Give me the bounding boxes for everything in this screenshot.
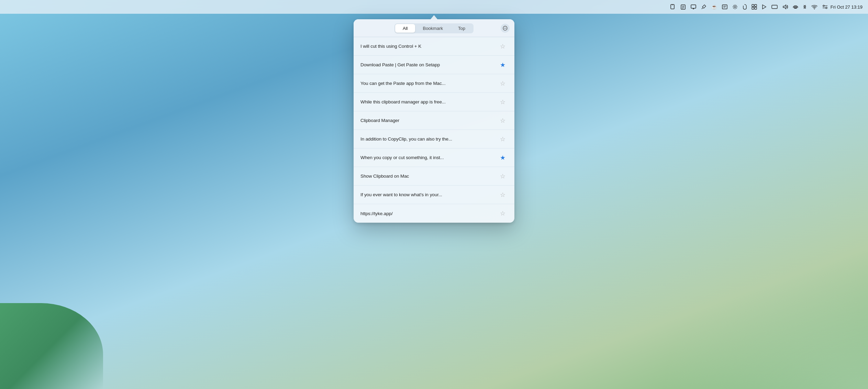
star-button-8[interactable]: ☆ <box>498 171 508 181</box>
window-manager-icon[interactable] <box>752 4 757 10</box>
clip-item-10[interactable]: https://tyke.app/☆ <box>354 204 514 223</box>
svg-point-31 <box>823 5 824 7</box>
play-icon[interactable] <box>762 4 767 10</box>
menubar: ☕ <box>0 0 868 14</box>
items-list: I will cut this using Control + K☆Downlo… <box>354 37 514 223</box>
svg-rect-1 <box>672 4 673 5</box>
svg-point-34 <box>826 7 827 9</box>
clip-text-10: https://tyke.app/ <box>360 211 495 216</box>
star-icon-8: ☆ <box>500 173 505 179</box>
svg-rect-27 <box>772 5 777 9</box>
tab-bar: All Bookmark Top <box>354 19 514 37</box>
svg-line-19 <box>736 8 737 9</box>
svg-rect-25 <box>755 7 757 9</box>
star-button-6[interactable]: ☆ <box>498 134 508 144</box>
clip-text-8: Show Clipboard on Mac <box>360 174 495 179</box>
star-icon-4: ☆ <box>500 99 505 105</box>
wifi-icon[interactable] <box>811 4 817 9</box>
volume-icon[interactable] <box>782 4 788 10</box>
amphetamine-icon[interactable]: ☕ <box>711 4 717 10</box>
clip-item-4[interactable]: While this clipboard manager app is free… <box>354 93 514 111</box>
star-button-9[interactable]: ☆ <box>498 190 508 200</box>
tyke-icon[interactable] <box>722 4 727 10</box>
star-button-3[interactable]: ☆ <box>498 79 508 88</box>
clip-text-7: When you copy or cut something, it inst.… <box>360 155 495 160</box>
paperclip-icon[interactable] <box>743 4 747 10</box>
clip-text-5: Clipboard Manager <box>360 118 495 123</box>
clip-item-9[interactable]: If you ever want to know what's in your.… <box>354 186 514 204</box>
clip-item-1[interactable]: I will cut this using Control + K☆ <box>354 37 514 56</box>
svg-line-9 <box>702 8 703 9</box>
popup-wrapper: All Bookmark Top I will cut this using C… <box>354 15 514 223</box>
star-button-10[interactable]: ☆ <box>498 209 508 218</box>
svg-rect-6 <box>691 5 696 8</box>
clip-text-6: In addition to CopyClip, you can also tr… <box>360 136 495 142</box>
svg-rect-10 <box>722 5 727 9</box>
display-app-icon[interactable] <box>691 4 696 10</box>
clip-item-6[interactable]: In addition to CopyClip, you can also tr… <box>354 130 514 148</box>
star-icon-5: ☆ <box>500 118 505 124</box>
star-button-5[interactable]: ☆ <box>498 116 508 125</box>
clip-text-9: If you ever want to know what's in your.… <box>360 192 495 197</box>
svg-line-20 <box>736 5 737 6</box>
tools-icon[interactable] <box>701 4 706 10</box>
star-icon-6: ☆ <box>500 136 505 142</box>
popup-arrow <box>431 15 437 19</box>
svg-point-38 <box>504 28 504 29</box>
menubar-datetime: Fri Oct 27 13:19 <box>831 4 863 10</box>
star-icon-3: ☆ <box>500 80 505 87</box>
svg-rect-22 <box>752 4 754 7</box>
control-center-icon[interactable] <box>822 4 828 10</box>
bluetooth-icon[interactable] <box>803 4 806 10</box>
star-icon-10: ☆ <box>500 210 505 216</box>
clip-item-3[interactable]: You can get the Paste app from the Mac..… <box>354 74 514 93</box>
svg-rect-23 <box>755 4 757 7</box>
svg-rect-24 <box>752 7 754 9</box>
svg-point-13 <box>734 6 736 8</box>
star-icon-7: ★ <box>500 155 505 161</box>
star-icon-1: ☆ <box>500 43 505 49</box>
more-options-button[interactable] <box>501 24 510 33</box>
clipboard-app-icon[interactable] <box>680 4 686 10</box>
clip-text-3: You can get the Paste app from the Mac..… <box>360 81 495 86</box>
tab-bookmark[interactable]: Bookmark <box>415 24 450 33</box>
airdrop-icon[interactable] <box>793 4 798 10</box>
tab-all[interactable]: All <box>395 24 415 33</box>
star-icon-2: ★ <box>500 62 505 68</box>
svg-point-40 <box>506 28 507 29</box>
desktop: ☕ <box>0 0 868 389</box>
svg-marker-28 <box>783 5 786 9</box>
star-button-7[interactable]: ★ <box>498 153 508 163</box>
paste-app-icon[interactable] <box>670 4 676 10</box>
menubar-icons: ☕ <box>670 4 828 10</box>
clip-item-2[interactable]: Download Paste | Get Paste on Setapp★ <box>354 56 514 74</box>
brightness-icon[interactable] <box>732 4 738 10</box>
clip-item-5[interactable]: Clipboard Manager☆ <box>354 111 514 130</box>
touchbar-icon[interactable] <box>771 5 778 9</box>
clip-item-7[interactable]: When you copy or cut something, it inst.… <box>354 148 514 167</box>
svg-point-39 <box>505 28 505 29</box>
clipboard-popup: All Bookmark Top I will cut this using C… <box>354 19 514 223</box>
svg-point-30 <box>814 9 815 9</box>
svg-line-21 <box>733 8 734 9</box>
svg-line-18 <box>733 5 734 6</box>
star-button-2[interactable]: ★ <box>498 60 508 70</box>
star-button-4[interactable]: ☆ <box>498 97 508 107</box>
star-button-1[interactable]: ☆ <box>498 42 508 51</box>
clip-text-2: Download Paste | Get Paste on Setapp <box>360 62 495 67</box>
tab-group: All Bookmark Top <box>394 23 474 33</box>
svg-marker-26 <box>763 5 766 9</box>
clip-item-8[interactable]: Show Clipboard on Mac☆ <box>354 167 514 186</box>
tab-top[interactable]: Top <box>450 24 473 33</box>
clip-text-4: While this clipboard manager app is free… <box>360 99 495 104</box>
star-icon-9: ☆ <box>500 192 505 198</box>
clip-text-1: I will cut this using Control + K <box>360 44 495 49</box>
